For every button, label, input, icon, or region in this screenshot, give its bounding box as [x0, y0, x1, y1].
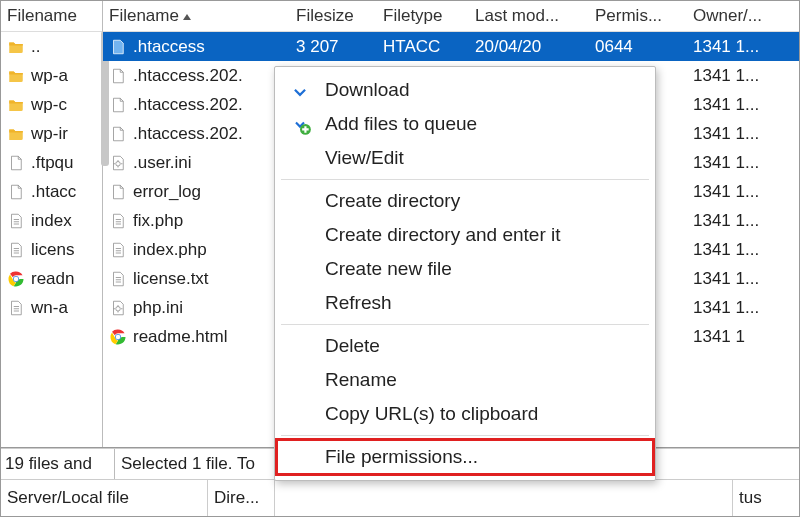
- file-name: error_log: [133, 182, 201, 202]
- blank-icon: [287, 290, 313, 316]
- header-lastmod[interactable]: Last mod...: [469, 2, 589, 30]
- chrome-icon: [109, 328, 127, 346]
- blank-icon: [287, 367, 313, 393]
- menu-download[interactable]: Download: [277, 73, 653, 107]
- menu-create-directory-enter[interactable]: Create directory and enter it: [277, 218, 653, 252]
- list-item[interactable]: ..: [1, 32, 102, 61]
- file-name: .user.ini: [133, 153, 192, 173]
- menu-refresh[interactable]: Refresh: [277, 286, 653, 320]
- table-row[interactable]: .htaccess3 207HTACC20/04/2006441341 1...: [103, 32, 799, 61]
- download-icon: [287, 77, 313, 103]
- menu-view-edit[interactable]: View/Edit: [277, 141, 653, 175]
- queue-col-file[interactable]: Server/Local file: [1, 480, 208, 516]
- list-item[interactable]: index: [1, 206, 102, 235]
- file-name: readme.html: [133, 327, 227, 347]
- folder-icon: [7, 125, 25, 143]
- queue-col-status[interactable]: tus: [732, 480, 799, 516]
- file-owner: 1341 1: [687, 325, 799, 349]
- header-filesize[interactable]: Filesize: [290, 2, 377, 30]
- menu-rename-label: Rename: [325, 369, 653, 391]
- menu-separator: [281, 179, 649, 180]
- menu-file-permissions-label: File permissions...: [325, 446, 653, 468]
- file-name: wp-a: [31, 66, 68, 86]
- remote-header-row[interactable]: Filename Filesize Filetype Last mod... P…: [103, 1, 799, 32]
- add-to-queue-icon: [287, 111, 313, 137]
- blank-icon: [287, 333, 313, 359]
- menu-create-file[interactable]: Create new file: [277, 252, 653, 286]
- menu-create-file-label: Create new file: [325, 258, 653, 280]
- local-pane: Filename ..wp-awp-cwp-ir.ftpqu.htaccinde…: [1, 1, 103, 447]
- menu-refresh-label: Refresh: [325, 292, 653, 314]
- file-name: license.txt: [133, 269, 209, 289]
- file-icon: [109, 67, 127, 85]
- file-owner: 1341 1...: [687, 209, 799, 233]
- menu-copy-url[interactable]: Copy URL(s) to clipboard: [277, 397, 653, 431]
- menu-create-directory[interactable]: Create directory: [277, 184, 653, 218]
- file-name: fix.php: [133, 211, 183, 231]
- list-item[interactable]: .ftpqu: [1, 148, 102, 177]
- doc-icon: [7, 299, 25, 317]
- blank-icon: [287, 222, 313, 248]
- list-item[interactable]: licens: [1, 235, 102, 264]
- status-right: Selected 1 file. To: [115, 454, 255, 474]
- doc-icon: [7, 212, 25, 230]
- menu-file-permissions[interactable]: File permissions...: [277, 440, 653, 474]
- file-name: readn: [31, 269, 74, 289]
- file-icon: [109, 183, 127, 201]
- menu-delete[interactable]: Delete: [277, 329, 653, 363]
- list-item[interactable]: wp-c: [1, 90, 102, 119]
- file-permissions: 0644: [589, 35, 687, 59]
- file-name: wp-ir: [31, 124, 68, 144]
- context-menu: Download Add files to queue View/Edit Cr…: [274, 66, 656, 481]
- local-header-row[interactable]: Filename: [1, 1, 102, 32]
- file-name: .htaccess.202.: [133, 124, 243, 144]
- doc-icon: [7, 241, 25, 259]
- file-sel-icon: [109, 38, 127, 56]
- menu-separator: [281, 324, 649, 325]
- file-name: .htaccess: [133, 37, 205, 57]
- queue-col-direction[interactable]: Dire...: [208, 480, 275, 516]
- file-name: wp-c: [31, 95, 67, 115]
- blank-icon: [287, 256, 313, 282]
- file-icon: [109, 125, 127, 143]
- file-name: .ftpqu: [31, 153, 74, 173]
- file-name: ..: [31, 37, 40, 57]
- status-left: 19 files and: [1, 449, 115, 479]
- file-owner: 1341 1...: [687, 296, 799, 320]
- menu-rename[interactable]: Rename: [277, 363, 653, 397]
- file-name: php.ini: [133, 298, 183, 318]
- file-name: .htaccess.202.: [133, 66, 243, 86]
- blank-icon: [287, 401, 313, 427]
- menu-separator: [281, 435, 649, 436]
- file-name: .htacc: [31, 182, 76, 202]
- local-file-list[interactable]: ..wp-awp-cwp-ir.ftpqu.htaccindexlicensre…: [1, 32, 102, 447]
- header-owner[interactable]: Owner/...: [687, 2, 799, 30]
- file-owner: 1341 1...: [687, 64, 799, 88]
- menu-add-to-queue[interactable]: Add files to queue: [277, 107, 653, 141]
- list-item[interactable]: readn: [1, 264, 102, 293]
- local-header-filename[interactable]: Filename: [1, 2, 102, 30]
- queue-header[interactable]: Server/Local file Dire... tus: [1, 479, 799, 516]
- blank-icon: [287, 444, 313, 470]
- file-owner: 1341 1...: [687, 93, 799, 117]
- filezilla-window: Filename ..wp-awp-cwp-ir.ftpqu.htaccinde…: [0, 0, 800, 517]
- list-item[interactable]: wp-a: [1, 61, 102, 90]
- header-filename[interactable]: Filename: [103, 2, 290, 30]
- file-name: wn-a: [31, 298, 68, 318]
- list-item[interactable]: wp-ir: [1, 119, 102, 148]
- chrome-icon: [7, 270, 25, 288]
- file-name: .htaccess.202.: [133, 95, 243, 115]
- file-owner: 1341 1...: [687, 267, 799, 291]
- doc-icon: [109, 241, 127, 259]
- svg-point-2: [14, 276, 19, 281]
- list-item[interactable]: .htacc: [1, 177, 102, 206]
- header-filetype[interactable]: Filetype: [377, 2, 469, 30]
- file-icon: [109, 96, 127, 114]
- list-item[interactable]: wn-a: [1, 293, 102, 322]
- file-icon: [7, 154, 25, 172]
- file-owner: 1341 1...: [687, 180, 799, 204]
- file-type: HTACC: [377, 35, 469, 59]
- blank-icon: [287, 188, 313, 214]
- header-permissions[interactable]: Permis...: [589, 2, 687, 30]
- menu-add-to-queue-label: Add files to queue: [325, 113, 653, 135]
